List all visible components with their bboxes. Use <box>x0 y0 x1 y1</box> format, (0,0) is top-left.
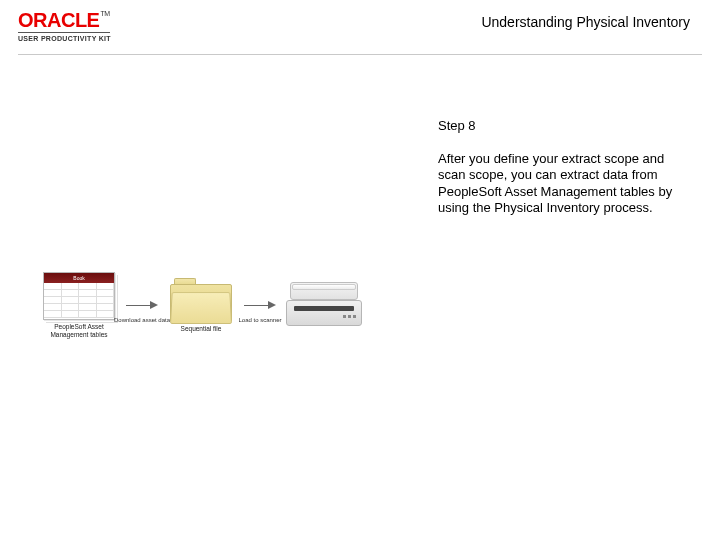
step-description: After you define your extract scope and … <box>438 151 688 216</box>
step-label: Step 8 <box>438 118 688 133</box>
page-title: Understanding Physical Inventory <box>481 14 690 30</box>
db-caption: PeopleSoft Asset Management tables <box>40 323 118 337</box>
arrow-icon <box>244 301 276 309</box>
process-diagram: Book PeopleSoft Asset Management tables … <box>40 250 370 360</box>
scanner-icon <box>286 282 362 328</box>
header: ORACLETM USER PRODUCTIVITY KIT Understan… <box>0 0 720 48</box>
oracle-logo: ORACLETM <box>18 10 110 30</box>
database-tables-icon: Book PeopleSoft Asset Management tables <box>40 272 118 337</box>
oracle-tm: TM <box>100 10 109 17</box>
logo-subline: USER PRODUCTIVITY KIT <box>18 35 111 42</box>
scanner-device-icon <box>284 282 364 328</box>
header-separator <box>18 54 702 55</box>
table-icon: Book <box>43 272 115 320</box>
step-panel: Step 8 After you define your extract sco… <box>438 118 688 216</box>
oracle-logo-text: ORACLE <box>18 9 99 31</box>
table-header-text: Book <box>73 275 84 281</box>
arrow-icon <box>126 301 158 309</box>
sequential-file-icon: Sequential file <box>166 278 236 332</box>
arrow1-label: Download asset data <box>112 317 172 323</box>
oracle-logo-block: ORACLETM USER PRODUCTIVITY KIT <box>18 10 111 42</box>
folder-icon <box>170 278 232 322</box>
logo-underline <box>18 32 110 33</box>
arrow-load: Load to scanner <box>240 301 280 309</box>
arrow2-label: Load to scanner <box>230 317 290 323</box>
arrow-download: Download asset data <box>122 301 162 309</box>
folder-caption: Sequential file <box>171 325 231 332</box>
